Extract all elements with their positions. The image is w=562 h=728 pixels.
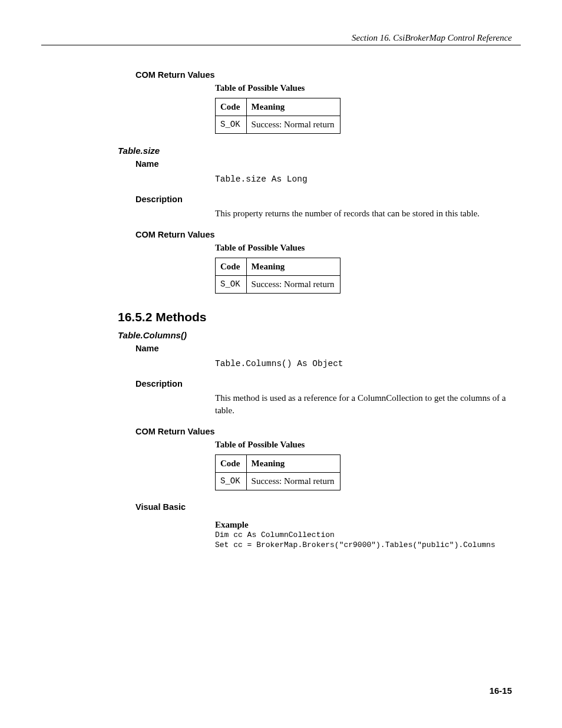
heading-com-return-values-2: COM Return Values	[135, 230, 512, 239]
heading-name-2: Name	[135, 344, 512, 353]
running-header: Section 16. CsiBrokerMap Control Referen…	[41, 33, 521, 45]
heading-com-return-values-1: COM Return Values	[135, 70, 512, 80]
example-label: Example	[215, 520, 512, 530]
cell-code: S_OK	[216, 116, 247, 134]
possible-values-table-1: Code Meaning S_OK Success: Normal return	[215, 98, 340, 134]
cell-meaning: Success: Normal return	[246, 472, 340, 490]
heading-description-1: Description	[135, 195, 512, 204]
cell-meaning: Success: Normal return	[246, 116, 340, 134]
cell-meaning: Success: Normal return	[246, 276, 340, 294]
property-title-table-size: Table.size	[118, 146, 512, 156]
description-text-1: This property returns the number of reco…	[215, 207, 512, 219]
page-number: 16-15	[490, 686, 512, 696]
th-meaning: Meaning	[246, 258, 340, 276]
cell-code: S_OK	[216, 276, 247, 294]
heading-visual-basic: Visual Basic	[135, 502, 512, 512]
table-caption-3: Table of Possible Values	[215, 440, 512, 450]
table-row: S_OK Success: Normal return	[216, 276, 340, 294]
th-code: Code	[216, 98, 247, 116]
heading-description-2: Description	[135, 379, 512, 388]
heading-com-return-values-3: COM Return Values	[135, 427, 512, 436]
signature-table-columns: Table.Columns() As Object	[215, 359, 512, 368]
description-text-2: This method is used as a reference for a…	[215, 392, 512, 416]
th-meaning: Meaning	[246, 98, 340, 116]
table-caption-2: Table of Possible Values	[215, 243, 512, 253]
heading-name-1: Name	[135, 159, 512, 169]
section-heading-methods: 16.5.2 Methods	[118, 310, 512, 324]
signature-table-size: Table.size As Long	[215, 174, 512, 184]
th-code: Code	[216, 258, 247, 276]
th-code: Code	[216, 454, 247, 472]
method-title-table-columns: Table.Columns()	[118, 330, 512, 340]
example-code-line-1: Dim cc As ColumnCollection	[215, 530, 512, 541]
th-meaning: Meaning	[246, 454, 340, 472]
table-row: S_OK Success: Normal return	[216, 472, 340, 490]
example-code-line-2: Set cc = BrokerMap.Brokers("cr9000").Tab…	[215, 540, 512, 551]
possible-values-table-3: Code Meaning S_OK Success: Normal return	[215, 454, 340, 490]
table-row: S_OK Success: Normal return	[216, 116, 340, 134]
cell-code: S_OK	[216, 472, 247, 490]
possible-values-table-2: Code Meaning S_OK Success: Normal return	[215, 258, 340, 294]
table-caption-1: Table of Possible Values	[215, 83, 512, 93]
